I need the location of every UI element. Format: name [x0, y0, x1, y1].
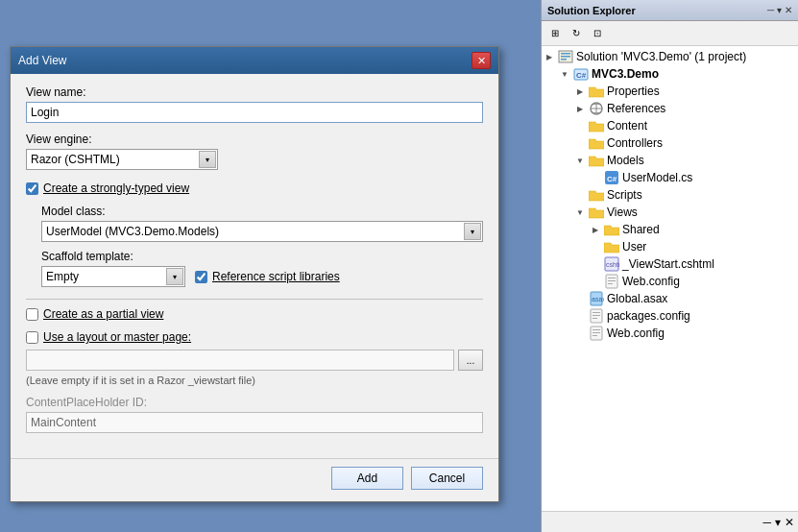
- se-close-icon[interactable]: ✕: [785, 5, 792, 15]
- tree-label-webconfig: Web.config: [607, 326, 665, 340]
- tree-item-controllers[interactable]: Controllers: [542, 134, 798, 152]
- se-title-buttons: ─ ▾ ✕: [767, 5, 792, 15]
- partial-view-checkbox[interactable]: [26, 308, 38, 321]
- layout-label: Use a layout or master page:: [43, 330, 191, 344]
- model-class-select[interactable]: UserModel (MVC3.Demo.Models): [41, 221, 483, 242]
- tree-label-properties: Properties: [607, 85, 660, 98]
- tree-item-usermodel[interactable]: C#UserModel.cs: [542, 169, 798, 186]
- tree-item-content[interactable]: Content: [542, 117, 798, 134]
- svg-text:asax: asax: [592, 296, 604, 302]
- tree-item-solution[interactable]: ▶Solution 'MVC3.Demo' (1 project): [542, 48, 798, 65]
- dialog-body: View name: View engine: Razor (CSHTML) A…: [11, 74, 498, 458]
- svg-rect-22: [592, 318, 597, 319]
- scaffold-select-wrapper: Empty Create Delete Details Edit List ▾: [41, 266, 185, 287]
- se-title: Solution Explorer: [547, 5, 636, 16]
- tree-icon-shared: [603, 222, 620, 237]
- view-engine-select[interactable]: Razor (CSHTML) ASPX: [26, 149, 218, 170]
- model-class-label: Model class:: [41, 205, 483, 218]
- se-toolbar: ⊞ ↻ ⊡: [542, 21, 798, 46]
- hint-text: (Leave empty if it is set in a Razor _vi…: [26, 375, 483, 386]
- view-engine-wrapper: Razor (CSHTML) ASPX ▾: [26, 149, 218, 170]
- tree-item-packages[interactable]: packages.config: [542, 307, 798, 325]
- view-name-label: View name:: [26, 85, 483, 99]
- tree-label-models: Models: [607, 154, 644, 167]
- svg-rect-25: [592, 332, 600, 333]
- tree-icon-mvc3demo: C#: [572, 66, 590, 82]
- layout-row: Use a layout or master page:: [26, 330, 483, 344]
- se-toolbar-btn-1[interactable]: ⊞: [545, 24, 565, 43]
- svg-text:cshtml: cshtml: [606, 261, 619, 268]
- partial-view-label: Create as a partial view: [43, 307, 163, 321]
- tree-arrow-models: ▼: [572, 157, 588, 165]
- cancel-button[interactable]: Cancel: [411, 467, 483, 490]
- se-toolbar-btn-2[interactable]: ↻: [567, 24, 586, 43]
- se-auto-hide-icon[interactable]: ▾: [777, 5, 782, 15]
- browse-button[interactable]: ...: [458, 350, 483, 371]
- dialog-footer: Add Cancel: [11, 458, 498, 501]
- tree-item-scripts[interactable]: Scripts: [542, 186, 798, 204]
- tree-icon-content: [588, 118, 605, 133]
- se-bottom-close-icon[interactable]: ✕: [785, 516, 794, 529]
- create-typed-row: Create a strongly-typed view: [26, 181, 483, 195]
- svg-text:C#: C#: [576, 71, 587, 80]
- tree-item-webconfig_views[interactable]: Web.config: [542, 273, 798, 290]
- add-button-label: Add: [357, 472, 377, 485]
- tree-item-user[interactable]: User: [542, 238, 798, 255]
- model-class-row: UserModel (MVC3.Demo.Models) ▾: [41, 221, 483, 242]
- tree-label-user: User: [622, 240, 646, 254]
- tree-item-views[interactable]: ▼Views: [542, 204, 798, 221]
- tree-icon-webconfig: [588, 326, 605, 341]
- view-name-input[interactable]: [26, 102, 483, 123]
- tree-item-properties[interactable]: ▶Properties: [542, 83, 798, 100]
- tree-label-usermodel: UserModel.cs: [622, 171, 692, 184]
- tree-arrow-views: ▼: [572, 208, 588, 217]
- ref-script-label: Reference script libraries: [212, 270, 340, 283]
- tree-item-references[interactable]: ▶References: [542, 100, 798, 117]
- tree-icon-scripts: [588, 187, 605, 203]
- se-bottom: ─ ▾ ✕: [542, 511, 798, 532]
- tree-item-webconfig[interactable]: Web.config: [542, 325, 798, 342]
- tree-icon-webconfig_views: [603, 274, 620, 289]
- se-bottom-arrow-icon[interactable]: ▾: [775, 516, 781, 529]
- tree-icon-properties: [588, 84, 605, 99]
- tree-arrow-references: ▶: [572, 105, 588, 113]
- tree-label-shared: Shared: [622, 223, 660, 236]
- ref-script-row: Reference script libraries: [195, 270, 340, 283]
- dialog-titlebar: Add View ✕: [11, 47, 498, 74]
- content-placeholder-input[interactable]: [26, 412, 483, 433]
- se-toolbar-btn-3[interactable]: ⊡: [588, 24, 607, 43]
- se-titlebar: Solution Explorer ─ ▾ ✕: [542, 0, 798, 21]
- layout-checkbox[interactable]: [26, 331, 38, 344]
- tree-item-shared[interactable]: ▶Shared: [542, 221, 798, 238]
- tree-arrow-shared: ▶: [588, 226, 603, 234]
- tree-icon-solution: [557, 49, 574, 64]
- solution-explorer-panel: Solution Explorer ─ ▾ ✕ ⊞ ↻ ⊡ ▶Solution …: [541, 0, 798, 532]
- tree-label-views: Views: [607, 206, 638, 219]
- tree-arrow-mvc3demo: ▼: [557, 70, 572, 79]
- tree-item-globalasax[interactable]: asaxGlobal.asax: [542, 290, 798, 307]
- view-engine-label: View engine:: [26, 133, 483, 146]
- ref-script-checkbox[interactable]: [195, 271, 207, 283]
- add-button[interactable]: Add: [331, 467, 403, 490]
- svg-rect-16: [608, 283, 613, 284]
- layout-path-input[interactable]: [26, 350, 454, 371]
- tree-item-mvc3demo[interactable]: ▼C#MVC3.Demo: [542, 65, 798, 83]
- tree-icon-controllers: [588, 135, 605, 151]
- cancel-button-label: Cancel: [429, 472, 465, 485]
- se-bottom-pin-icon[interactable]: ─: [762, 516, 771, 529]
- se-pin-icon[interactable]: ─: [767, 5, 774, 15]
- tree-label-controllers: Controllers: [607, 136, 663, 150]
- svg-rect-2: [561, 56, 570, 58]
- tree-label-globalasax: Global.asax: [607, 292, 667, 305]
- tree-label-webconfig_views: Web.config: [622, 275, 680, 288]
- svg-rect-21: [592, 315, 600, 316]
- tree-label-packages: packages.config: [607, 309, 690, 323]
- dialog-close-button[interactable]: ✕: [472, 52, 491, 69]
- tree-label-references: References: [607, 102, 665, 115]
- create-typed-checkbox[interactable]: [26, 182, 38, 195]
- model-class-wrapper: UserModel (MVC3.Demo.Models) ▾: [41, 221, 483, 242]
- scaffold-select[interactable]: Empty Create Delete Details Edit List: [41, 266, 185, 287]
- tree-item-viewstart[interactable]: cshtml_ViewStart.cshtml: [542, 255, 798, 273]
- tree-icon-views: [588, 205, 605, 220]
- tree-item-models[interactable]: ▼Models: [542, 152, 798, 169]
